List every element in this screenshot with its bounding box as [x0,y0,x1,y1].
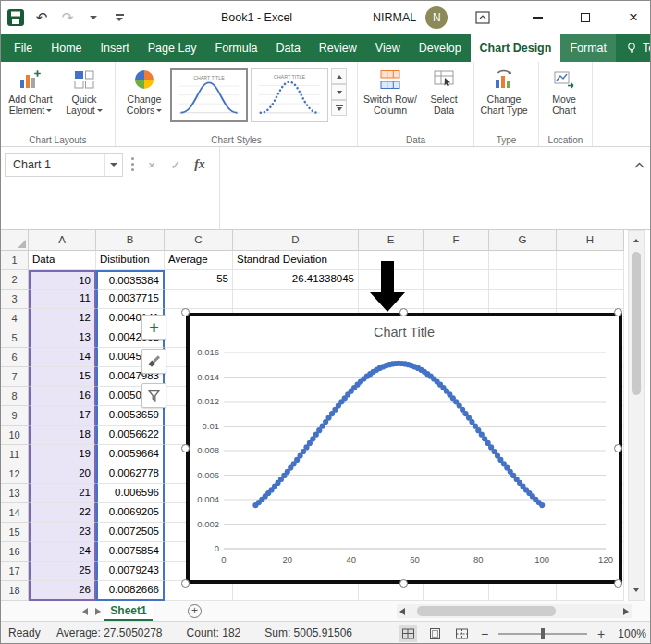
cell-B14[interactable]: 0.0069205 [96,503,165,523]
chart-styles-button[interactable] [141,349,166,374]
cell-F18[interactable] [424,581,489,601]
cell-A2[interactable]: 10 [29,270,96,290]
horizontal-scrollbar[interactable] [397,604,632,618]
maximize-button[interactable] [567,1,604,34]
quick-layout-button[interactable]: Quick Layout [57,65,111,134]
tab-file[interactable]: File [5,34,42,62]
change-chart-type-button[interactable]: Change Chart Type [477,65,531,134]
sheet-nav-right-button[interactable] [95,608,101,615]
chart-style-2[interactable]: CHART TITLE [251,68,328,122]
col-header-B[interactable]: B [96,230,165,251]
zoom-slider-thumb[interactable] [541,628,545,639]
chart-resize-handle[interactable] [181,579,190,588]
page-break-view-button[interactable] [452,625,471,642]
tab-develop[interactable]: Develop [410,34,471,62]
formula-bar-drag-handle[interactable] [131,157,134,160]
name-box[interactable]: Chart 1 [5,153,123,177]
chart-resize-handle[interactable] [614,444,622,452]
cell-A8[interactable]: 16 [29,387,96,406]
cell-A11[interactable]: 19 [29,445,96,464]
tab-review[interactable]: Review [310,34,366,62]
cell-A4[interactable]: 12 [29,309,96,328]
customize-quick-access-button[interactable] [110,8,129,27]
vertical-scrollbar-thumb[interactable] [632,252,641,395]
cell-G18[interactable] [489,581,557,601]
scroll-down-button[interactable] [629,583,644,598]
cell-B18[interactable]: 0.0082666 [96,581,165,601]
row-header-17[interactable]: 17 [1,562,29,581]
cell-G1[interactable] [489,251,557,270]
row-header-6[interactable]: 6 [1,348,29,367]
col-header-H[interactable]: H [557,230,624,251]
cell-A15[interactable]: 23 [29,523,96,542]
cell-B13[interactable]: 0.006596 [96,484,165,503]
scroll-left-button[interactable] [399,608,405,615]
cell-A6[interactable]: 14 [29,348,96,367]
zoom-in-button[interactable]: + [596,626,607,641]
tab-tell-me[interactable]: Tell me [616,34,651,62]
chart-plot[interactable]: 00.0020.0040.0060.0080.010.0120.0140.016… [196,347,614,575]
row-header-2[interactable]: 2 [1,270,29,290]
close-button[interactable]: × [615,1,651,34]
cell-B16[interactable]: 0.0075854 [96,542,165,562]
cell-B1[interactable]: Distibution [96,251,165,270]
cell-B9[interactable]: 0.0053659 [96,406,165,426]
undo-button[interactable]: ↶ [32,8,51,27]
row-header-15[interactable]: 15 [1,523,29,542]
row-header-5[interactable]: 5 [1,328,29,348]
zoom-level[interactable]: 100% [615,627,646,640]
cell-B12[interactable]: 0.0062778 [96,464,165,484]
cell-A13[interactable]: 21 [29,484,96,503]
chart-resize-handle[interactable] [399,579,408,588]
cell-B3[interactable]: 0.0037715 [96,290,165,309]
cell-G2[interactable] [489,270,557,290]
col-header-C[interactable]: C [165,230,233,251]
cell-D3[interactable] [233,290,359,309]
row-header-11[interactable]: 11 [1,445,29,464]
cell-B11[interactable]: 0.0059664 [96,445,165,464]
user-name[interactable]: NIRMAL [373,11,416,24]
col-header-E[interactable]: E [359,230,424,251]
zoom-out-button[interactable]: − [479,626,490,641]
chart-resize-handle[interactable] [181,308,190,316]
minimize-button[interactable] [519,1,556,34]
gallery-more-button[interactable] [331,100,347,116]
cell-B17[interactable]: 0.0079243 [96,562,165,581]
col-header-G[interactable]: G [489,230,557,251]
cell-E18[interactable] [359,581,424,601]
chart-title[interactable]: Chart Title [190,325,619,340]
formula-input[interactable] [220,147,630,229]
col-header-A[interactable]: A [29,230,96,251]
cell-C18[interactable] [165,581,233,601]
tab-formula[interactable]: Formula [206,34,267,62]
row-header-16[interactable]: 16 [1,542,29,562]
vertical-scrollbar[interactable] [628,230,645,601]
chart-resize-handle[interactable] [614,308,622,316]
row-header-3[interactable]: 3 [1,290,29,309]
scroll-right-button[interactable] [623,608,629,615]
cell-D2[interactable]: 26.41338045 [233,270,359,290]
chart-resize-handle[interactable] [614,579,622,588]
change-colors-button[interactable]: Change Colors [118,65,170,134]
horizontal-scrollbar-thumb[interactable] [417,606,556,616]
cell-A17[interactable]: 25 [29,562,96,581]
cell-C3[interactable] [165,290,233,309]
row-header-8[interactable]: 8 [1,387,29,406]
row-header-18[interactable]: 18 [1,581,29,601]
tab-home[interactable]: Home [42,34,91,62]
cell-F2[interactable] [424,270,489,290]
undo-dropdown[interactable] [84,8,103,27]
enter-button[interactable]: ✓ [166,154,186,176]
cell-C1[interactable]: Average [165,251,233,270]
cell-D1[interactable]: Standrad Deviation [233,251,359,270]
row-header-9[interactable]: 9 [1,406,29,426]
collapse-formula-bar-button[interactable] [633,158,645,171]
move-chart-button[interactable]: Move Chart [542,65,586,134]
row-header-1[interactable]: 1 [1,251,29,270]
add-sheet-button[interactable]: + [188,604,202,618]
cell-A5[interactable]: 13 [29,328,96,348]
sheet-tab-sheet1[interactable]: Sheet1 [104,601,153,621]
cell-B2[interactable]: 0.0035384 [96,270,165,290]
sheet-nav-left-button[interactable] [82,608,88,615]
cell-A12[interactable]: 20 [29,464,96,484]
